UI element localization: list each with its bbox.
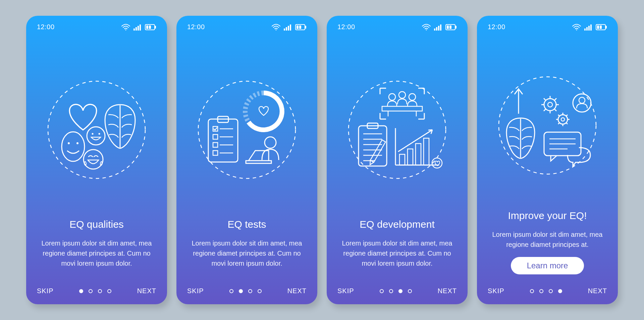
status-time: 12:00 xyxy=(337,23,355,31)
footer-nav: SKIP NEXT xyxy=(37,277,156,295)
svg-rect-26 xyxy=(299,25,301,29)
svg-rect-68 xyxy=(408,149,413,165)
svg-rect-32 xyxy=(213,135,218,139)
svg-point-94 xyxy=(558,115,568,124)
arrow-up-icon xyxy=(515,89,523,114)
page-dot-3[interactable] xyxy=(549,289,553,293)
svg-rect-56 xyxy=(359,126,387,166)
chat-bubbles-icon xyxy=(544,132,590,166)
svg-rect-74 xyxy=(586,27,588,31)
screen-description: Lorem ipsum dolor sit dim amet, mea regi… xyxy=(41,238,152,268)
svg-rect-53 xyxy=(382,106,422,111)
status-bar: 12:00 xyxy=(187,23,307,31)
page-dot-3[interactable] xyxy=(98,289,102,293)
svg-rect-4 xyxy=(140,24,141,31)
svg-rect-24 xyxy=(305,26,306,29)
svg-rect-64 xyxy=(370,140,385,162)
illustration-eq-qualities xyxy=(37,41,156,219)
svg-point-72 xyxy=(576,29,577,30)
next-button[interactable]: NEXT xyxy=(438,287,457,295)
svg-rect-44 xyxy=(440,24,441,31)
status-bar: 12:00 xyxy=(337,23,457,31)
grin-face-icon xyxy=(87,127,105,145)
signal-icon xyxy=(434,24,442,31)
svg-point-95 xyxy=(561,118,565,121)
wifi-icon xyxy=(572,24,581,31)
svg-rect-48 xyxy=(449,25,451,29)
page-dot-2[interactable] xyxy=(389,289,393,293)
skip-button[interactable]: SKIP xyxy=(488,287,504,295)
footer-nav: SKIP NEXT xyxy=(488,277,607,295)
wifi-icon xyxy=(121,24,130,31)
svg-rect-46 xyxy=(455,26,457,29)
skip-button[interactable]: SKIP xyxy=(37,287,54,295)
svg-point-16 xyxy=(99,133,100,135)
svg-rect-8 xyxy=(149,25,151,29)
svg-point-15 xyxy=(92,133,94,135)
page-dot-2[interactable] xyxy=(89,289,93,293)
next-button[interactable]: NEXT xyxy=(588,287,607,295)
person-laptop-icon xyxy=(246,137,279,163)
brain-icon xyxy=(105,105,135,148)
onboarding-screen-2: 12:00 xyxy=(176,16,317,304)
growth-chart-icon xyxy=(395,128,442,168)
svg-point-105 xyxy=(579,97,585,103)
page-dot-4[interactable] xyxy=(408,289,412,293)
content-area: EQ qualities Lorem ipsum dolor sit dim a… xyxy=(37,219,156,277)
page-dot-4[interactable] xyxy=(258,289,262,293)
footer-nav: SKIP NEXT xyxy=(337,277,457,295)
next-button[interactable]: NEXT xyxy=(287,287,307,295)
svg-rect-73 xyxy=(584,29,586,31)
svg-rect-67 xyxy=(399,154,405,165)
footer-nav: SKIP NEXT xyxy=(187,277,307,295)
svg-rect-3 xyxy=(138,26,139,31)
page-dot-4[interactable] xyxy=(558,289,562,293)
screen-title: EQ qualities xyxy=(41,219,152,230)
page-dot-1[interactable] xyxy=(229,289,233,293)
svg-line-90 xyxy=(544,98,546,100)
page-dot-1[interactable] xyxy=(380,289,384,293)
svg-point-84 xyxy=(544,99,556,111)
onboarding-screen-3: 12:00 xyxy=(327,16,468,304)
svg-rect-42 xyxy=(436,27,437,31)
svg-rect-75 xyxy=(588,26,590,31)
learn-more-button[interactable]: Learn more xyxy=(511,257,584,274)
svg-rect-2 xyxy=(136,27,137,31)
svg-rect-80 xyxy=(600,25,602,29)
content-area: Improve your EQ! Lorem ipsum dolor sit d… xyxy=(488,210,607,277)
page-dot-3[interactable] xyxy=(248,289,252,293)
svg-line-101 xyxy=(566,123,568,124)
donut-chart-icon xyxy=(245,93,282,130)
next-button[interactable]: NEXT xyxy=(137,287,156,295)
page-dot-1[interactable] xyxy=(530,289,534,293)
status-time: 12:00 xyxy=(187,23,205,31)
screen-title: Improve your EQ! xyxy=(492,210,603,221)
page-dot-2[interactable] xyxy=(239,289,243,293)
screen-title: EQ tests xyxy=(191,219,303,230)
status-icons xyxy=(572,24,607,31)
clipboard-checklist-icon xyxy=(208,116,238,162)
svg-rect-78 xyxy=(606,26,607,29)
user-avatar-icon xyxy=(573,94,591,112)
page-dot-3[interactable] xyxy=(398,289,402,293)
svg-point-85 xyxy=(548,102,552,107)
skip-button[interactable]: SKIP xyxy=(337,287,354,295)
status-bar: 12:00 xyxy=(37,23,156,31)
svg-point-11 xyxy=(62,132,85,161)
page-dot-1[interactable] xyxy=(79,289,83,293)
content-area: EQ development Lorem ipsum dolor sit dim… xyxy=(337,219,457,277)
svg-rect-34 xyxy=(213,151,218,155)
svg-point-39 xyxy=(265,137,276,148)
svg-point-71 xyxy=(432,158,442,168)
laugh-face-icon xyxy=(84,150,103,169)
page-indicator xyxy=(380,289,412,293)
svg-rect-6 xyxy=(155,26,156,29)
page-dot-4[interactable] xyxy=(107,289,111,293)
svg-rect-43 xyxy=(438,26,439,31)
svg-point-13 xyxy=(76,142,78,144)
svg-point-81 xyxy=(499,77,596,174)
page-indicator xyxy=(79,289,111,293)
page-dot-2[interactable] xyxy=(539,289,543,293)
skip-button[interactable]: SKIP xyxy=(187,287,204,295)
svg-rect-7 xyxy=(146,25,148,29)
